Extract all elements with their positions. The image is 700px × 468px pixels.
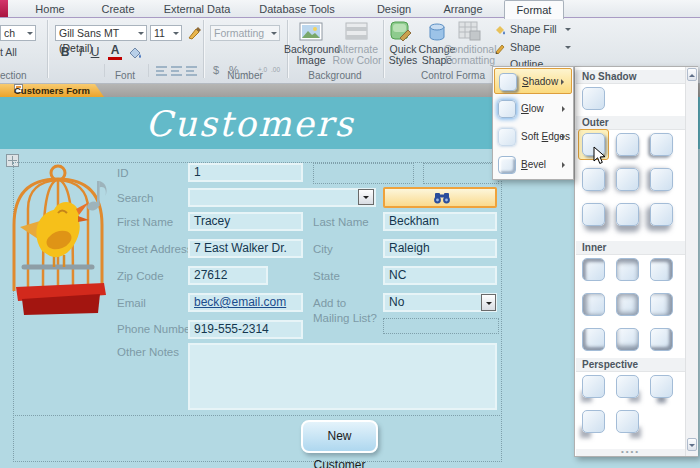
state-field[interactable]: NC	[383, 266, 497, 285]
empty-layout-cell	[423, 163, 499, 184]
id-label: ID	[117, 165, 129, 182]
document-tab-customers-form[interactable]: Customers Form	[0, 84, 104, 97]
menu-item-shadow[interactable]: Shadow	[494, 68, 572, 94]
submenu-arrow-icon	[562, 106, 568, 112]
street-address-field[interactable]: 7 East Walker Dr.	[188, 239, 303, 258]
form-title: Customers	[0, 99, 500, 149]
panel-scrollbar[interactable]	[685, 67, 698, 456]
format-painter-icon[interactable]	[186, 25, 202, 41]
alternate-row-color-button[interactable]: Alternate Row Color	[330, 44, 384, 66]
menu-item-soft-edges[interactable]: Soft Edges	[494, 124, 572, 150]
shadow-thumbnail[interactable]	[616, 293, 639, 316]
tab-database-tools[interactable]: Database Tools	[250, 0, 344, 17]
scroll-up-button[interactable]	[687, 68, 697, 81]
italic-button[interactable]: I	[74, 44, 88, 60]
first-name-field[interactable]: Tracey	[188, 212, 303, 231]
tab-home[interactable]: Home	[22, 0, 78, 17]
shadow-thumbnail[interactable]	[650, 375, 673, 398]
zip-code-label: Zip Code	[117, 268, 164, 285]
other-notes-field[interactable]	[188, 343, 497, 410]
shape-effects-menu: Shadow Glow Soft Edges Bevel	[492, 66, 574, 180]
number-format-combo[interactable]: Formatting	[210, 25, 280, 41]
street-address-label: Street Address	[117, 241, 192, 258]
shape-fill-button[interactable]: Shape Fill	[494, 21, 574, 38]
conditional-formatting-button[interactable]: Conditional Formatting	[444, 44, 496, 66]
mailing-list-combo[interactable]: No	[383, 293, 497, 312]
shadow-thumbnail[interactable]	[616, 258, 639, 281]
shape-outline-icon	[494, 42, 507, 54]
tab-external-data[interactable]: External Data	[155, 0, 239, 17]
shadow-thumbnail[interactable]	[582, 328, 605, 351]
shadow-thumbnail[interactable]	[582, 410, 605, 433]
binoculars-icon	[433, 192, 451, 204]
align-right-icon[interactable]	[186, 65, 199, 77]
shadow-thumbnail[interactable]	[616, 203, 639, 226]
zip-code-field[interactable]: 27612	[188, 266, 268, 285]
shadow-thumbnail[interactable]	[582, 168, 605, 191]
panel-resize-grip[interactable]: ••••	[576, 449, 685, 456]
application-window: Home Create External Data Database Tools…	[0, 0, 700, 468]
state-label: State	[313, 268, 340, 285]
number-group-label: Number	[205, 70, 285, 81]
shadow-thumbnail[interactable]	[582, 293, 605, 316]
city-label: City	[313, 241, 333, 258]
menu-item-glow[interactable]: Glow	[494, 96, 572, 122]
tab-arrange[interactable]: Arrange	[434, 0, 492, 17]
alternate-row-color-icon[interactable]	[345, 22, 368, 41]
mailing-list-label-line2: Mailing List?	[313, 310, 377, 327]
shadow-thumbnail[interactable]	[582, 258, 605, 281]
tab-create[interactable]: Create	[92, 0, 144, 17]
quick-styles-icon[interactable]	[390, 21, 415, 43]
ribbon-tab-bar: Home Create External Data Database Tools…	[0, 0, 700, 18]
phone-number-field[interactable]: 919-555-2314	[188, 320, 303, 339]
music-note-icon	[86, 176, 112, 212]
align-center-icon[interactable]	[171, 65, 184, 77]
first-name-label: First Name	[117, 214, 173, 231]
shadow-thumbnail[interactable]	[616, 328, 639, 351]
file-tab[interactable]	[0, 0, 8, 17]
bold-button[interactable]: B	[58, 44, 72, 60]
select-all-button[interactable]: t All	[0, 47, 30, 58]
email-link[interactable]: beck@email.com	[194, 295, 286, 309]
new-customer-button[interactable]: New Customer	[301, 420, 378, 453]
shadow-thumbnail[interactable]	[650, 293, 673, 316]
shadow-thumbnail[interactable]	[582, 203, 605, 226]
shadow-thumbnail[interactable]	[616, 375, 639, 398]
change-shape-icon[interactable]	[426, 21, 448, 43]
shadow-thumbnail[interactable]	[650, 168, 673, 191]
tab-design[interactable]: Design	[366, 0, 422, 17]
scroll-down-button[interactable]	[687, 438, 697, 451]
phone-number-label: Phone Number	[117, 321, 194, 338]
background-image-icon[interactable]	[299, 22, 323, 41]
underline-button[interactable]: U	[88, 44, 102, 60]
shadow-thumbnail[interactable]	[582, 375, 605, 398]
shadow-thumbnail[interactable]	[650, 133, 673, 156]
last-name-field[interactable]: Beckham	[383, 212, 497, 231]
object-selector-combo[interactable]: ch	[0, 25, 36, 41]
mailing-list-dropdown-button[interactable]	[481, 294, 496, 311]
shadow-thumbnail-none[interactable]	[582, 87, 605, 110]
section-header-inner: Inner	[576, 241, 685, 255]
search-combo[interactable]	[188, 188, 376, 207]
shadow-thumbnail[interactable]	[650, 258, 673, 281]
tab-format[interactable]: Format	[504, 0, 564, 19]
font-name-combo[interactable]: Gill Sans MT (Detail)	[55, 25, 147, 41]
glow-preview-icon	[498, 100, 516, 118]
shape-outline-button[interactable]: Shape Outline	[494, 39, 574, 56]
shadow-thumbnail[interactable]	[616, 410, 639, 433]
shadow-thumbnail[interactable]	[650, 328, 673, 351]
shadow-thumbnail[interactable]	[650, 203, 673, 226]
menu-item-bevel[interactable]: Bevel	[494, 152, 572, 178]
section-header-outer: Outer	[576, 116, 685, 130]
shadow-thumbnail[interactable]	[616, 168, 639, 191]
email-field[interactable]: beck@email.com	[188, 293, 303, 312]
font-size-combo[interactable]: 11	[150, 25, 182, 41]
find-button[interactable]	[383, 187, 497, 208]
city-field[interactable]: Raleigh	[383, 239, 497, 258]
font-color-button[interactable]: A	[108, 44, 122, 60]
shadow-thumbnail[interactable]	[616, 133, 639, 156]
conditional-formatting-icon[interactable]	[458, 21, 482, 43]
id-field[interactable]: 1	[188, 163, 303, 182]
search-combo-dropdown-button[interactable]	[358, 189, 374, 205]
fill-color-icon[interactable]	[128, 46, 143, 59]
